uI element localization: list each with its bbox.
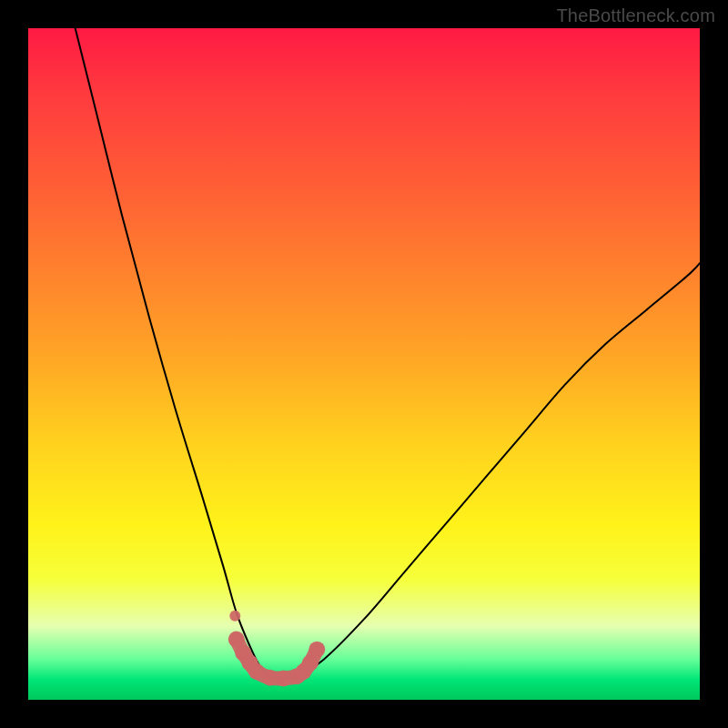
bottom-marker-band <box>228 611 326 687</box>
watermark-text: TheBottleneck.com <box>556 5 715 26</box>
curve-layer <box>28 28 700 700</box>
plot-area <box>28 28 700 700</box>
bottleneck-curve <box>76 28 700 680</box>
chart-stage: TheBottleneck.com <box>0 0 728 728</box>
svg-point-9 <box>308 642 325 658</box>
svg-point-10 <box>229 611 240 622</box>
